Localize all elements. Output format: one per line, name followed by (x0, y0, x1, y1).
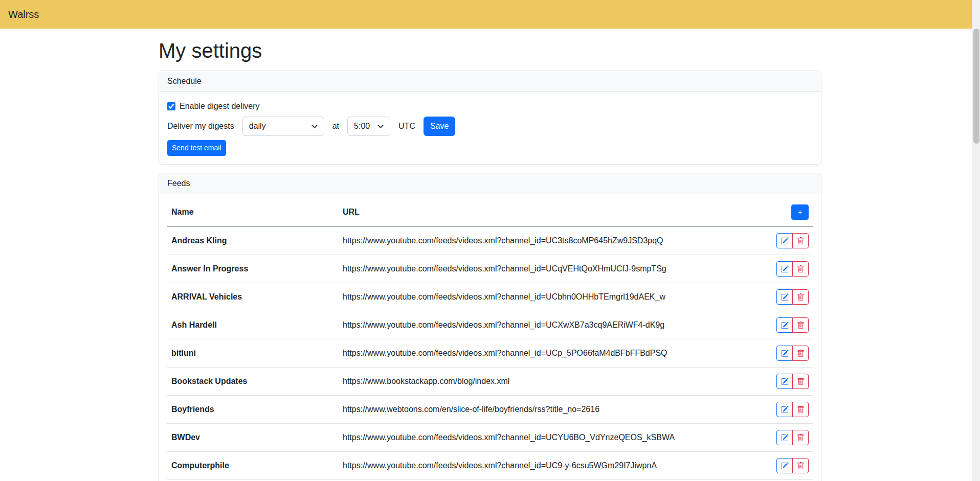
feed-name: Bookstack Updates (167, 368, 339, 396)
delete-feed-button[interactable] (792, 261, 809, 277)
send-test-email-button[interactable]: Send test email (167, 140, 226, 156)
edit-feed-button[interactable] (776, 458, 793, 473)
feed-actions (767, 424, 813, 452)
page-title: My settings (159, 39, 821, 62)
table-row: bitluni https://www.youtube.com/feeds/vi… (167, 339, 813, 368)
trash-icon (797, 434, 805, 442)
feed-actions-group (776, 233, 809, 248)
delete-feed-button[interactable] (792, 289, 809, 305)
feed-actions-group (776, 458, 809, 473)
pencil-square-icon (781, 378, 789, 385)
trash-icon (797, 322, 805, 329)
feeds-card: Feeds Name URL + Andreas Kling https://w… (159, 173, 821, 481)
table-row: ARRIVAL Vehicles https://www.youtube.com… (167, 283, 813, 311)
trash-icon (797, 265, 805, 273)
delete-feed-button[interactable] (792, 317, 809, 333)
feeds-card-header: Feeds (159, 173, 821, 194)
feed-actions (767, 339, 813, 368)
save-button[interactable]: Save (424, 117, 455, 136)
chevron-down-icon (377, 123, 383, 128)
feed-actions-group (776, 289, 809, 305)
edit-feed-button[interactable] (776, 346, 793, 361)
schedule-card: Schedule Enable digest delivery Deliver … (159, 71, 821, 165)
enable-digest-row: Enable digest delivery (167, 100, 813, 112)
enable-digest-checkbox[interactable] (167, 102, 175, 110)
page-scrollbar[interactable] (972, 0, 980, 481)
table-row: Answer In Progress https://www.youtube.c… (167, 255, 813, 283)
pencil-square-icon (781, 350, 789, 357)
table-row: Andreas Kling https://www.youtube.com/fe… (167, 226, 813, 255)
edit-feed-button[interactable] (776, 374, 793, 389)
at-label: at (332, 122, 339, 131)
feed-name: ARRIVAL Vehicles (167, 283, 339, 311)
trash-icon (797, 406, 805, 414)
feed-url: https://www.youtube.com/feeds/videos.xml… (339, 311, 767, 339)
delete-feed-button[interactable] (792, 402, 809, 417)
frequency-select-value: daily (249, 122, 266, 131)
navbar: Walrss (0, 0, 980, 29)
table-row: Ash Hardell https://www.youtube.com/feed… (167, 311, 813, 339)
deliver-digests-label: Deliver my digests (167, 122, 234, 131)
main-content: My settings Schedule Enable digest deliv… (152, 39, 828, 481)
add-feed-button[interactable]: + (791, 204, 809, 220)
feed-actions-group (776, 402, 809, 417)
delete-feed-button[interactable] (792, 458, 809, 473)
pencil-square-icon (781, 293, 789, 301)
timezone-label: UTC (398, 122, 415, 131)
feed-url: https://www.youtube.com/feeds/videos.xml… (339, 339, 767, 368)
feed-url: https://www.youtube.com/feeds/videos.xml… (339, 226, 767, 255)
test-email-row: Send test email (167, 140, 813, 156)
feed-actions (767, 368, 813, 396)
edit-feed-button[interactable] (776, 317, 793, 333)
feed-actions (767, 396, 813, 424)
feed-actions (767, 226, 813, 255)
schedule-card-header: Schedule (159, 71, 821, 92)
feeds-table-header-row: Name URL + (167, 198, 813, 226)
edit-feed-button[interactable] (776, 233, 793, 248)
column-header-actions: + (767, 198, 813, 226)
chevron-down-icon (311, 123, 317, 128)
edit-feed-button[interactable] (776, 289, 793, 305)
feed-actions-group (776, 317, 809, 333)
edit-feed-button[interactable] (776, 430, 793, 445)
feed-name: Answer In Progress (167, 255, 339, 283)
feed-actions (767, 283, 813, 311)
feed-actions (767, 255, 813, 283)
app-brand[interactable]: Walrss (8, 9, 39, 20)
pencil-square-icon (781, 237, 789, 245)
feed-url: https://www.youtube.com/feeds/videos.xml… (339, 452, 767, 480)
page-scrollbar-thumb[interactable] (973, 29, 979, 144)
delete-feed-button[interactable] (792, 374, 809, 389)
feed-url: https://www.webtoons.com/en/slice-of-lif… (339, 396, 767, 424)
feed-name: bitluni (167, 339, 339, 368)
time-select[interactable]: 5:00 (347, 117, 390, 136)
delete-feed-button[interactable] (792, 430, 809, 445)
frequency-select[interactable]: daily (242, 117, 324, 136)
pencil-square-icon (781, 434, 789, 442)
delete-feed-button[interactable] (792, 346, 809, 361)
table-row: Bookstack Updates https://www.bookstacka… (167, 368, 813, 396)
pencil-square-icon (781, 322, 789, 329)
schedule-card-body: Enable digest delivery Deliver my digest… (159, 92, 821, 164)
edit-feed-button[interactable] (776, 402, 793, 417)
trash-icon (797, 462, 805, 470)
trash-icon (797, 237, 805, 245)
feed-actions-group (776, 374, 809, 389)
table-row: BWDev https://www.youtube.com/feeds/vide… (167, 424, 813, 452)
pencil-square-icon (781, 462, 789, 470)
feed-url: https://www.youtube.com/feeds/videos.xml… (339, 424, 767, 452)
delete-feed-button[interactable] (792, 233, 809, 248)
feed-url: https://www.bookstackapp.com/blog/index.… (339, 368, 767, 396)
feed-url: https://www.youtube.com/feeds/videos.xml… (339, 283, 767, 311)
edit-feed-button[interactable] (776, 261, 793, 277)
feed-name: Boyfriends (167, 396, 339, 424)
trash-icon (797, 293, 805, 301)
feed-actions-group (776, 430, 809, 445)
enable-digest-label: Enable digest delivery (180, 102, 260, 111)
pencil-square-icon (781, 265, 789, 273)
table-row: Computerphile https://www.youtube.com/fe… (167, 452, 813, 480)
time-select-value: 5:00 (354, 122, 370, 131)
pencil-square-icon (781, 406, 789, 414)
table-row: Boyfriends https://www.webtoons.com/en/s… (167, 396, 813, 424)
feed-name: Ash Hardell (167, 311, 339, 339)
